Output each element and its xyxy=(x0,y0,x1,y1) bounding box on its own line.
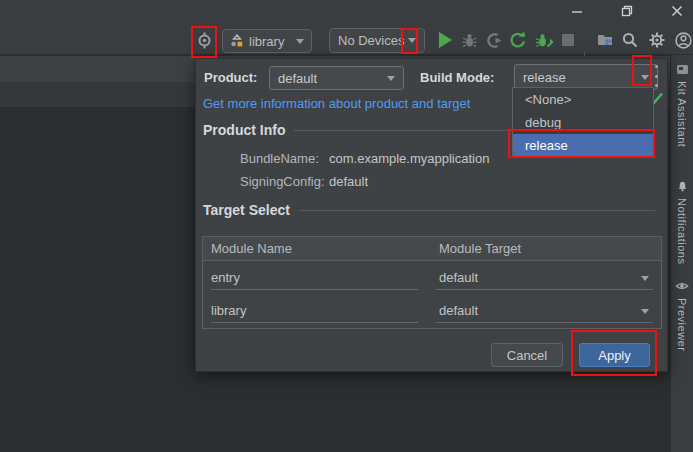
rerun-button[interactable] xyxy=(508,30,528,50)
restore-icon xyxy=(618,2,636,20)
module-name-value: entry xyxy=(211,270,240,285)
cell-underline xyxy=(436,322,653,323)
account-button[interactable] xyxy=(673,30,693,50)
project-structure-button[interactable] xyxy=(595,30,615,50)
cancel-button[interactable]: Cancel xyxy=(491,343,563,367)
cell-underline xyxy=(211,322,418,323)
cell-underline xyxy=(211,289,418,290)
device-selector-label: No Devices xyxy=(338,33,404,48)
module-selector-label: library xyxy=(249,34,284,49)
main-toolbar: library No Devices xyxy=(0,22,693,55)
sidebar-item-label: Previewer xyxy=(676,298,688,351)
module-target-value: default xyxy=(439,303,478,318)
target-select-section-header: Target Select xyxy=(203,202,655,218)
target-icon xyxy=(196,32,213,49)
module-target-cell[interactable]: default xyxy=(428,261,661,294)
signing-config-value: default xyxy=(329,174,368,189)
debug-bug-icon xyxy=(461,32,478,49)
profiler-icon xyxy=(486,32,503,49)
module-icon xyxy=(230,34,244,48)
bell-icon xyxy=(675,179,689,193)
table-row[interactable]: entry default xyxy=(203,261,661,294)
device-selector[interactable]: No Devices xyxy=(329,28,425,53)
rerun-icon xyxy=(509,31,527,49)
build-mode-dropdown: <None> debug release xyxy=(512,87,654,158)
chevron-down-icon xyxy=(641,75,649,80)
chevron-down-icon xyxy=(641,309,649,314)
bundle-name-value: com.example.myapplication xyxy=(329,151,489,166)
debug-restart-icon xyxy=(535,32,555,49)
search-everywhere-button[interactable] xyxy=(620,30,640,50)
minimize-button[interactable] xyxy=(560,0,594,22)
bundle-name-label: BundleName: xyxy=(240,151,319,166)
titlebar xyxy=(0,0,693,22)
debug-attach-button[interactable] xyxy=(533,30,556,50)
eye-icon xyxy=(675,279,689,293)
product-info-title: Product Info xyxy=(203,122,285,138)
table-row[interactable]: library default xyxy=(203,294,661,327)
run-button[interactable] xyxy=(435,30,455,50)
kit-assistant-icon xyxy=(675,62,689,76)
product-label: Product: xyxy=(204,70,257,85)
chevron-down-icon xyxy=(641,276,649,281)
module-name-cell: library xyxy=(203,294,428,327)
build-mode-label: Build Mode: xyxy=(420,70,494,85)
device-target-button[interactable] xyxy=(194,30,214,50)
close-button[interactable] xyxy=(660,0,693,22)
section-rule xyxy=(299,210,655,211)
ide-window: library No Devices xyxy=(0,0,693,452)
gear-icon xyxy=(648,31,666,49)
run-icon xyxy=(439,32,452,48)
module-name-value: library xyxy=(211,303,246,318)
profiler-button[interactable] xyxy=(484,30,504,50)
settings-button[interactable] xyxy=(647,30,667,50)
close-icon xyxy=(668,2,686,20)
product-info-link[interactable]: Get more information about product and t… xyxy=(203,96,470,111)
product-select[interactable]: default xyxy=(269,66,404,90)
dialog-menu-button[interactable] xyxy=(651,65,661,87)
module-target-value: default xyxy=(439,270,478,285)
chevron-down-icon xyxy=(296,39,304,44)
tool-window-sidebar: Kit Assistant Notifications Previewer xyxy=(670,55,693,452)
module-target-cell[interactable]: default xyxy=(428,294,661,327)
cell-underline xyxy=(436,289,653,290)
project-folder-icon xyxy=(596,31,614,49)
sidebar-item-label: Notifications xyxy=(676,198,688,264)
debug-button[interactable] xyxy=(459,30,479,50)
minimize-icon xyxy=(568,2,586,20)
dropdown-option-debug[interactable]: debug xyxy=(513,111,653,134)
dropdown-option-none[interactable]: <None> xyxy=(513,88,653,111)
column-header-module-target: Module Target xyxy=(428,237,661,260)
target-select-table: Module Name Module Target entry default … xyxy=(202,236,662,329)
build-mode-select-value: release xyxy=(523,70,566,85)
restore-button[interactable] xyxy=(610,0,644,22)
sidebar-item-label: Kit Assistant xyxy=(676,81,688,147)
module-name-cell: entry xyxy=(203,261,428,294)
search-icon xyxy=(621,31,639,49)
module-selector[interactable]: library xyxy=(222,29,312,53)
column-header-module-name: Module Name xyxy=(203,237,428,260)
signing-config-label: SigningConfig: xyxy=(240,174,325,189)
account-icon xyxy=(674,31,693,50)
chevron-down-icon xyxy=(387,76,395,81)
stop-button[interactable] xyxy=(558,30,578,50)
sidebar-item-kit-assistant[interactable]: Kit Assistant xyxy=(671,62,693,147)
sidebar-item-previewer[interactable]: Previewer xyxy=(671,279,693,351)
table-header-row: Module Name Module Target xyxy=(203,237,661,261)
chevron-down-icon xyxy=(408,38,416,43)
stop-icon xyxy=(562,34,574,46)
apply-button[interactable]: Apply xyxy=(579,343,650,367)
target-select-title: Target Select xyxy=(203,202,290,218)
product-select-value: default xyxy=(278,71,317,86)
dropdown-option-release[interactable]: release xyxy=(513,134,653,157)
sidebar-item-notifications[interactable]: Notifications xyxy=(671,179,693,264)
